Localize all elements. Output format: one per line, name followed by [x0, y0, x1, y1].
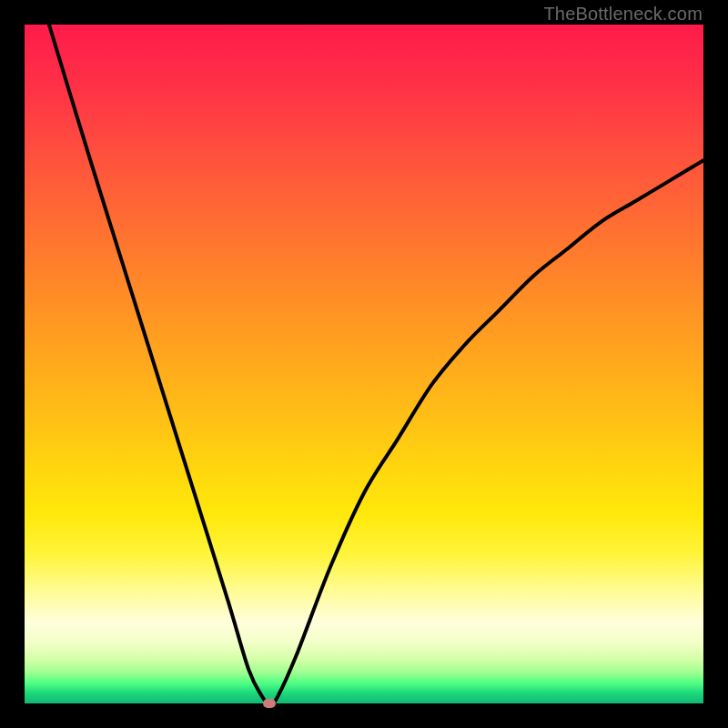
minimum-marker — [263, 699, 276, 708]
plot-area — [25, 25, 703, 703]
chart-canvas: TheBottleneck.com — [0, 0, 728, 728]
attribution-label: TheBottleneck.com — [543, 4, 703, 25]
